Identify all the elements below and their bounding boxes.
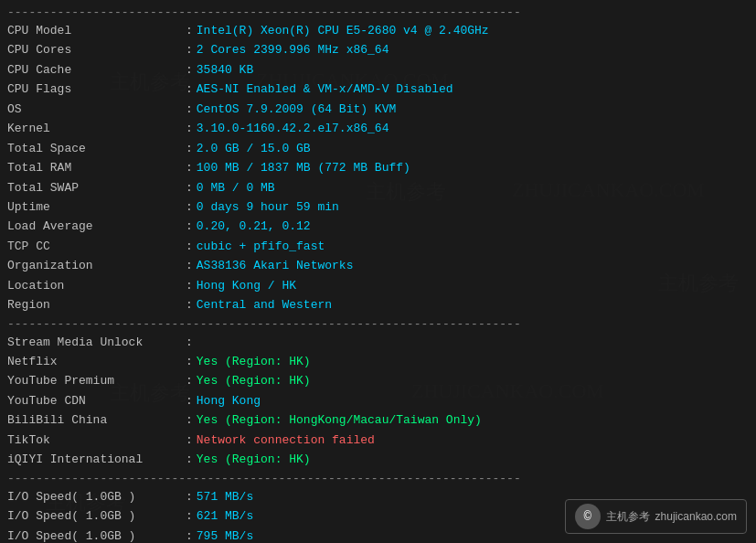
row-value: Hong Kong / HK bbox=[197, 276, 296, 295]
info-row: CPU Cache: 35840 KB bbox=[7, 60, 749, 80]
row-label: Total SWAP bbox=[7, 178, 186, 197]
badge-chinese: 主机参考 bbox=[606, 509, 650, 525]
row-label: CPU Model bbox=[7, 21, 186, 40]
info-row: CPU Cores: 2 Cores 2399.996 MHz x86_64 bbox=[7, 40, 749, 59]
info-row: Load Average: 0.20, 0.21, 0.12 bbox=[7, 217, 749, 236]
row-label: iQIYI International bbox=[7, 450, 186, 469]
row-value: AES-NI Enabled & VM-x/AMD-V Disabled bbox=[197, 80, 453, 99]
row-colon: : bbox=[186, 158, 193, 177]
row-value: Yes (Region: HK) bbox=[197, 450, 311, 469]
info-row: CPU Flags: AES-NI Enabled & VM-x/AMD-V D… bbox=[7, 80, 749, 99]
row-value: Central and Western bbox=[197, 295, 332, 314]
row-colon: : bbox=[186, 40, 193, 59]
row-value: cubic + pfifo_fast bbox=[197, 237, 325, 256]
media-header-label: Stream Media Unlock bbox=[7, 333, 186, 352]
row-colon: : bbox=[186, 197, 193, 217]
badge-url: zhujicankao.com bbox=[655, 510, 737, 523]
row-value: 0.20, 0.21, 0.12 bbox=[197, 217, 311, 236]
info-row: TCP CC: cubic + pfifo_fast bbox=[7, 237, 749, 256]
row-label: TCP CC bbox=[7, 237, 186, 256]
row-colon: : bbox=[186, 237, 193, 256]
row-colon: : bbox=[186, 100, 193, 119]
divider-top: ----------------------------------------… bbox=[7, 5, 749, 19]
info-row: Total RAM: 100 MB / 1837 MB (772 MB Buff… bbox=[7, 158, 749, 177]
row-value: 0 days 9 hour 59 min bbox=[197, 197, 339, 217]
row-colon: : bbox=[186, 371, 193, 390]
badge-icon: © bbox=[575, 504, 601, 529]
row-colon: : bbox=[186, 391, 193, 410]
row-label: CPU Cores bbox=[7, 40, 186, 59]
row-colon: : bbox=[186, 80, 193, 99]
info-row: BiliBili China: Yes (Region: HongKong/Ma… bbox=[7, 410, 749, 430]
info-section: CPU Model: Intel(R) Xeon(R) CPU E5-2680 … bbox=[7, 21, 749, 315]
row-label: CPU Flags bbox=[7, 80, 186, 99]
row-value: Network connection failed bbox=[197, 431, 375, 450]
row-value: 100 MB / 1837 MB (772 MB Buff) bbox=[197, 158, 410, 177]
info-row: OS: CentOS 7.9.2009 (64 Bit) KVM bbox=[7, 100, 749, 119]
row-value: Yes (Region: HK) bbox=[197, 352, 311, 371]
info-row: Location: Hong Kong / HK bbox=[7, 276, 749, 295]
media-section: Stream Media Unlock:Netflix: Yes (Region… bbox=[7, 333, 749, 470]
watermark-badge: © 主机参考 zhujicankao.com bbox=[565, 499, 747, 534]
row-colon: : bbox=[186, 506, 193, 526]
row-label: BiliBili China bbox=[7, 410, 186, 430]
row-label: Location bbox=[7, 276, 186, 295]
row-value: Intel(R) Xeon(R) CPU E5-2680 v4 @ 2.40GH… bbox=[197, 21, 489, 40]
row-label: Load Average bbox=[7, 217, 186, 236]
row-label: I/O Speed( 1.0GB ) bbox=[7, 506, 186, 526]
row-label: Organization bbox=[7, 256, 186, 275]
row-colon: : bbox=[186, 21, 193, 40]
row-value: CentOS 7.9.2009 (64 Bit) KVM bbox=[197, 100, 396, 119]
row-value: 621 MB/s bbox=[197, 506, 253, 526]
row-label: Total RAM bbox=[7, 158, 186, 177]
row-colon: : bbox=[186, 450, 193, 469]
row-label: OS bbox=[7, 100, 186, 119]
row-label: Kernel bbox=[7, 119, 186, 138]
info-row: Total Space: 2.0 GB / 15.0 GB bbox=[7, 139, 749, 158]
row-label: YouTube Premium bbox=[7, 371, 186, 390]
row-value: Yes (Region: HongKong/Macau/Taiwan Only) bbox=[197, 410, 482, 430]
row-colon: : bbox=[186, 352, 193, 371]
row-value: Hong Kong bbox=[197, 391, 261, 410]
row-colon: : bbox=[186, 487, 193, 506]
row-colon: : bbox=[186, 60, 193, 80]
row-colon: : bbox=[186, 431, 193, 450]
info-row: iQIYI International: Yes (Region: HK) bbox=[7, 450, 749, 469]
row-label: Total Space bbox=[7, 139, 186, 158]
divider-io: ----------------------------------------… bbox=[7, 472, 749, 485]
row-value: 571 MB/s bbox=[197, 487, 253, 506]
row-colon: : bbox=[186, 410, 193, 430]
row-value: 3.10.0-1160.42.2.el7.x86_64 bbox=[197, 119, 389, 138]
row-colon: : bbox=[186, 276, 193, 295]
row-colon: : bbox=[186, 527, 193, 544]
row-colon: : bbox=[186, 139, 193, 158]
row-label: I/O Speed( 1.0GB ) bbox=[7, 487, 186, 506]
row-value: Yes (Region: HK) bbox=[197, 371, 311, 390]
info-row: Region: Central and Western bbox=[7, 295, 749, 314]
info-row: YouTube Premium: Yes (Region: HK) bbox=[7, 371, 749, 390]
row-colon: : bbox=[186, 295, 193, 314]
info-row: CPU Model: Intel(R) Xeon(R) CPU E5-2680 … bbox=[7, 21, 749, 40]
info-row: Netflix: Yes (Region: HK) bbox=[7, 352, 749, 371]
row-label: Region bbox=[7, 295, 186, 314]
info-row: YouTube CDN: Hong Kong bbox=[7, 391, 749, 410]
row-value: 2 Cores 2399.996 MHz x86_64 bbox=[197, 40, 389, 59]
row-value: AS38136 Akari Networks bbox=[197, 256, 354, 275]
info-row: Total SWAP: 0 MB / 0 MB bbox=[7, 178, 749, 197]
info-row: Kernel: 3.10.0-1160.42.2.el7.x86_64 bbox=[7, 119, 749, 138]
row-colon: : bbox=[186, 256, 193, 275]
row-value: 2.0 GB / 15.0 GB bbox=[197, 139, 311, 158]
row-colon: : bbox=[186, 119, 193, 138]
row-label: I/O Speed( 1.0GB ) bbox=[7, 527, 186, 544]
row-label: CPU Cache bbox=[7, 60, 186, 80]
row-label: Uptime bbox=[7, 197, 186, 217]
row-value: 35840 KB bbox=[197, 60, 253, 80]
info-row: TikTok: Network connection failed bbox=[7, 431, 749, 450]
info-row: Uptime: 0 days 9 hour 59 min bbox=[7, 197, 749, 217]
terminal: ----------------------------------------… bbox=[0, 0, 756, 543]
row-colon: : bbox=[186, 217, 193, 236]
media-header: Stream Media Unlock: bbox=[7, 333, 749, 352]
row-label: Netflix bbox=[7, 352, 186, 371]
info-row: Organization: AS38136 Akari Networks bbox=[7, 256, 749, 275]
media-header-colon: : bbox=[186, 333, 193, 352]
